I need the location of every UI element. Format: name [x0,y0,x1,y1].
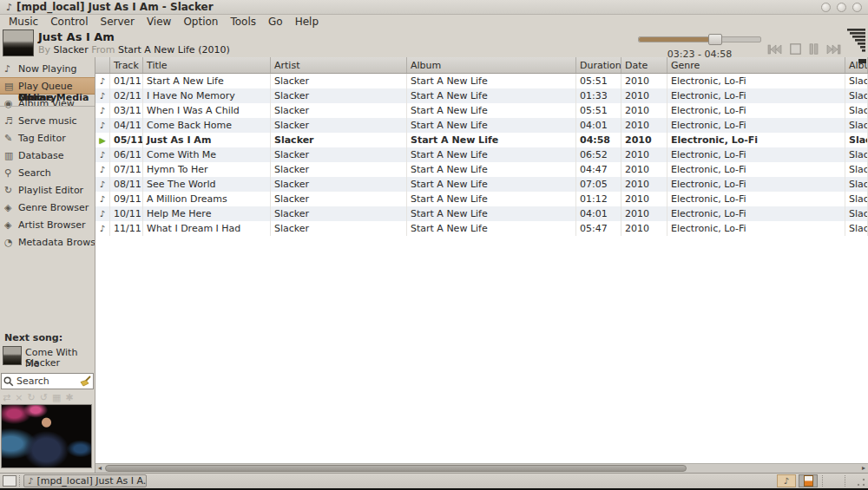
column-header-date[interactable]: Date [621,57,667,73]
menu-control[interactable]: Control [44,16,94,28]
table-row[interactable]: ♪▶ 05/11 Just As I Am Slacker Start A Ne… [95,133,868,147]
cell-duration: 05:51 [576,74,621,88]
cell-artist: Slacker [271,103,407,118]
toolbar-icon-repeat[interactable]: ⇄ [3,392,10,403]
sidebar-item-now-playing[interactable]: ♪ Now Playing [0,60,95,77]
taskbar-separator [19,475,22,487]
sidebar-item-label: Search [18,167,51,179]
sidebar-item-database[interactable]: ▥ Database [0,147,95,164]
column-header-artist[interactable]: Artist [271,57,407,73]
table-row[interactable]: ♪▶ 01/11 Start A New Life Slacker Start … [95,74,868,88]
tray-notification-icon[interactable] [799,474,818,487]
music-note-icon: ♪ [100,91,105,101]
music-note-icon: ♪ [100,180,105,189]
cell-artist: Slacker [271,147,407,162]
cell-date: 2010 [621,192,667,206]
table-row[interactable]: ♪▶ 08/11 See The World Slacker Start A N… [95,177,868,192]
sidebar-item-icon: ◔ [4,237,18,248]
cell-duration: 01:12 [576,192,621,206]
menu-tools[interactable]: Tools [224,16,262,28]
table-row[interactable]: ♪▶ 04/11 Come Back Home Slacker Start A … [95,118,868,133]
menu-help[interactable]: Help [289,16,325,28]
menu-option[interactable]: Option [177,16,224,28]
cell-title: Hymn To Her [143,162,271,177]
sidebar-item-serve-music[interactable]: ♬ Serve music [0,112,95,129]
sidebar-item-genre-browser[interactable]: ◈ Genre Browser [0,199,95,216]
sidebar-item-misc[interactable]: Misc. [0,88,95,107]
window-controls [821,3,862,12]
toolbar-icon-update[interactable]: ↻ [27,392,35,403]
sidebar-item-artist-browser[interactable]: ◈ Artist Browser [0,216,95,233]
row-status: ♪▶ [95,177,110,192]
sidebar: ♪ Now Playing ▤ Play Queue ◉ Album View … [0,57,95,473]
cell-title: Come With Me [143,147,271,162]
cell-genre: Electronic, Lo-Fi [667,162,845,177]
next-button[interactable] [826,44,841,55]
taskbar-separator [845,475,847,487]
close-button[interactable] [852,3,862,12]
menu-server[interactable]: Server [95,16,141,28]
taskbar-window-button[interactable]: ♪ [mpd_local] Just As I A... [23,474,147,487]
toolbar-icon-crossfade[interactable]: ↺ [40,392,48,403]
column-header-track[interactable]: Track [110,57,143,73]
table-row[interactable]: ♪▶ 07/11 Hymn To Her Slacker Start A New… [95,162,868,177]
pause-button[interactable] [809,43,819,55]
sidebar-item-label: Playlist Editor [18,185,83,196]
slider-handle[interactable] [708,34,722,45]
horizontal-scrollbar[interactable]: ◂ ▸ [95,463,868,473]
sidebar-item-metadata-browser[interactable]: ◔ Metadata Browser [0,233,95,251]
row-status: ♪▶ [95,221,110,236]
seek-slider[interactable] [638,36,761,42]
previous-button[interactable] [767,44,782,55]
play-icon: ▶ [100,136,106,145]
cell-duration: 04:01 [576,206,621,221]
menu-view[interactable]: View [141,16,177,28]
sidebar-item-playlist-editor[interactable]: ↻ Playlist Editor [0,181,95,199]
tray-player-icon[interactable]: ♪ [777,474,796,487]
row-status: ♪▶ [95,162,110,177]
minimize-button[interactable] [821,3,831,12]
cell-title: Come Back Home [143,118,271,133]
table-row[interactable]: ♪▶ 10/11 Help Me Here Slacker Start A Ne… [95,206,868,221]
show-desktop-button[interactable] [3,475,16,487]
table-row[interactable]: ♪▶ 03/11 When I Was A Child Slacker Star… [95,103,868,118]
slider-fill [639,37,714,42]
clear-broom-icon[interactable] [80,376,91,387]
cell-artist: Slacker [271,133,407,147]
column-header-album[interactable]: Album [407,57,576,73]
column-header-duration[interactable]: Duration [576,57,621,73]
stop-button[interactable] [790,43,801,55]
column-header-title[interactable]: Title [143,57,271,73]
menu-music[interactable]: Music [3,16,44,28]
cell-duration: 07:05 [576,177,621,192]
toolbar-icon-shuffle[interactable]: × [15,392,23,403]
sidebar-item-search[interactable]: ⚲ Search [0,164,95,181]
table-row[interactable]: ♪▶ 02/11 I Have No Memory Slacker Start … [95,88,868,103]
column-header-genre[interactable]: Genre [667,57,845,73]
table-row[interactable]: ♪▶ 06/11 Come With Me Slacker Start A Ne… [95,147,868,162]
column-header-icon[interactable] [95,57,110,73]
cell-title: Start A New Life [143,74,271,88]
maximize-button[interactable] [837,3,846,12]
sidebar-item-tag-editor[interactable]: ✎ Tag Editor [0,129,95,147]
search-box [1,373,94,389]
scroll-left-arrow[interactable]: ◂ [95,464,104,473]
scroll-right-arrow[interactable]: ▸ [859,464,868,473]
scrollbar-thumb[interactable] [105,465,687,472]
toolbar-icon-preferences[interactable]: ✱ [65,392,73,403]
resize-grip[interactable] [856,477,866,487]
cell-album-artist: Slacker [845,147,868,162]
menubar: MusicControlServerViewOptionToolsGoHelp [0,15,868,29]
menu-go[interactable]: Go [262,16,289,28]
toolbar-icon-outputs[interactable]: ▦ [52,392,61,403]
table-row[interactable]: ♪▶ 11/11 What I Dream I Had Slacker Star… [95,221,868,236]
sidebar-item-label: Artist Browser [18,219,86,231]
desktop: ♪ [mpd_local] Just As I Am - Slacker Mus… [0,0,868,490]
cell-album: Start A New Life [407,192,576,206]
table-row[interactable]: ♪▶ 09/11 A Million Dreams Slacker Start … [95,192,868,206]
volume-button[interactable] [845,27,866,53]
row-status: ♪▶ [95,133,110,147]
cell-duration: 04:47 [576,162,621,177]
cell-duration: 05:51 [576,103,621,118]
search-input[interactable] [14,376,80,387]
